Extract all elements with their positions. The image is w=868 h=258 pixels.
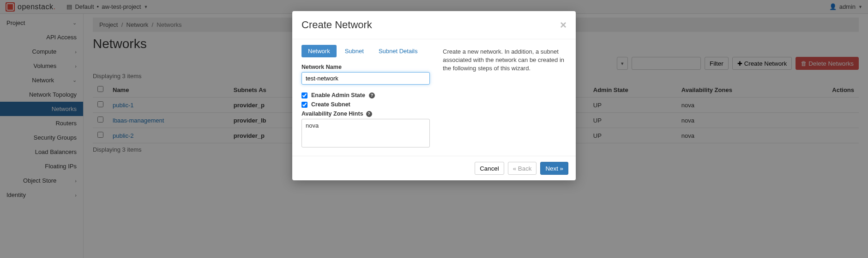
enable-admin-state-checkbox[interactable] [301,92,307,98]
help-icon[interactable]: ? [369,92,375,98]
close-icon[interactable]: × [560,18,567,31]
cancel-button[interactable]: Cancel [475,162,504,175]
network-name-label: Network Name [301,64,430,70]
create-subnet-checkbox[interactable] [301,102,307,108]
create-subnet-label: Create Subnet [311,101,350,108]
tab-subnet[interactable]: Subnet [338,45,370,57]
tab-network[interactable]: Network [301,45,337,57]
back-button[interactable]: « Back [508,162,537,175]
next-button[interactable]: Next » [540,162,568,175]
help-icon[interactable]: ? [366,111,372,117]
wizard-tabs: Network Subnet Subnet Details [301,45,430,57]
network-name-input[interactable] [301,72,430,85]
az-hints-select[interactable]: nova [301,119,430,147]
dialog-title: Create Network [301,19,372,31]
enable-admin-state-label: Enable Admin State [311,92,365,98]
tab-subnet-details[interactable]: Subnet Details [372,45,424,57]
dialog-help-text: Create a new network. In addition, a sub… [443,45,567,147]
create-network-dialog: Create Network × Network Subnet Subnet D… [292,11,576,180]
az-hints-label: Availability Zone Hints [301,111,363,117]
az-option-nova[interactable]: nova [302,121,429,130]
